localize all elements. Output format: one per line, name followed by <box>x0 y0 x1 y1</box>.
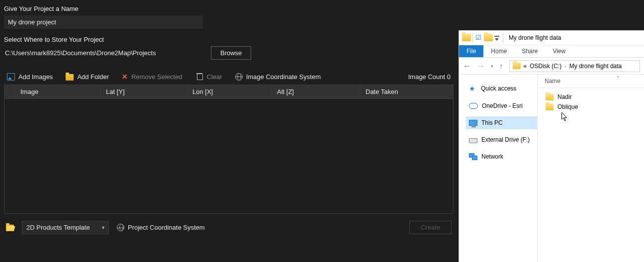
row-selector-header[interactable] <box>4 85 15 98</box>
navigation-pane: ★ Quick access OneDrive - Esri This PC E… <box>459 75 538 262</box>
image-count-label: Image Count 0 <box>408 73 451 81</box>
nav-label: External Drive (F:) <box>481 136 530 143</box>
window-title: My drone flight data <box>507 34 561 41</box>
add-folder-label: Add Folder <box>77 73 109 81</box>
nav-this-pc[interactable]: This PC <box>466 116 537 129</box>
star-icon: ★ <box>469 85 477 92</box>
nav-forward-icon: → <box>477 62 485 70</box>
network-icon <box>469 153 477 160</box>
qat-dropdown-icon[interactable] <box>494 34 499 42</box>
add-folder-button[interactable]: Add Folder <box>66 73 109 81</box>
nav-back-icon[interactable]: ← <box>463 62 471 70</box>
globe-icon <box>235 73 243 81</box>
col-header-lat[interactable]: Lat [Y] <box>101 85 187 98</box>
nav-label: This PC <box>481 119 503 126</box>
bottom-bar: 2D Products Template ▾ Project Coordinat… <box>4 221 454 234</box>
folder-icon <box>546 94 553 100</box>
project-path-input[interactable] <box>4 46 203 60</box>
breadcrumb-separator-icon: › <box>564 63 566 69</box>
browse-button[interactable]: Browse <box>211 46 251 60</box>
col-header-alt[interactable]: Alt [Z] <box>272 85 361 98</box>
folder-icon <box>66 74 74 81</box>
nav-up-icon[interactable]: ↑ <box>499 62 503 70</box>
tab-view[interactable]: View <box>545 45 573 57</box>
image-toolbar: Add Images Add Folder ✕ Remove Selected … <box>4 73 454 81</box>
project-cs-label: Project Coordinate System <box>128 224 205 231</box>
image-icon <box>7 73 15 81</box>
breadcrumb-overflow[interactable]: « <box>524 63 527 70</box>
history-dropdown-icon[interactable]: ▾ <box>491 64 493 69</box>
folder-item-label: Nadir <box>557 93 572 100</box>
remove-selected-label: Remove Selected <box>131 73 183 81</box>
file-list-pane: Name ˄ Nadir Oblique <box>538 75 644 262</box>
tab-file[interactable]: File <box>459 45 483 57</box>
nav-external-drive[interactable]: External Drive (F:) <box>466 133 537 146</box>
col-header-lon[interactable]: Lon [X] <box>187 85 272 98</box>
mouse-cursor-icon <box>561 112 568 122</box>
clear-label: Clear <box>207 73 222 81</box>
breadcrumb-folder[interactable]: My drone flight data <box>569 63 622 70</box>
folder-icon <box>484 34 493 41</box>
globe-icon <box>117 224 124 231</box>
col-header-image[interactable]: Image <box>15 85 101 98</box>
nav-onedrive[interactable]: OneDrive - Esri <box>466 99 537 112</box>
nav-label: Network <box>481 153 503 160</box>
project-name-label: Give Your Project a Name <box>4 5 454 12</box>
nav-network[interactable]: Network <box>466 150 537 163</box>
nav-quick-access[interactable]: ★ Quick access <box>466 82 537 95</box>
image-table-header: Image Lat [Y] Lon [X] Alt [Z] Date Taken <box>4 85 453 99</box>
folder-icon <box>462 34 471 41</box>
project-wizard-panel: Give Your Project a Name Select Where to… <box>0 0 458 262</box>
add-images-label: Add Images <box>18 73 53 81</box>
open-folder-icon[interactable] <box>6 225 14 231</box>
address-bar-row: ← → ▾ ↑ « OSDisk (C:) › My drone flight … <box>459 58 644 75</box>
ribbon-tabs: File Home Share View <box>459 45 644 58</box>
explorer-titlebar: ☑ My drone flight data <box>459 30 644 45</box>
tab-share[interactable]: Share <box>514 45 545 57</box>
project-name-input[interactable] <box>4 15 203 29</box>
separator <box>472 33 473 42</box>
project-location-label: Select Where to Store Your Project <box>4 36 454 43</box>
breadcrumb-drive[interactable]: OSDisk (C:) <box>530 63 561 70</box>
file-explorer-window: ☑ My drone flight data File Home Share V… <box>459 30 644 262</box>
nav-label: OneDrive - Esri <box>482 102 523 109</box>
image-cs-button[interactable]: Image Coordinate System <box>235 73 321 81</box>
folder-icon <box>546 104 553 110</box>
tab-home[interactable]: Home <box>483 45 514 57</box>
monitor-icon <box>469 120 477 126</box>
create-button: Create <box>409 221 452 234</box>
separator <box>503 33 503 42</box>
folder-item[interactable]: Nadir <box>545 92 637 102</box>
image-table: Image Lat [Y] Lon [X] Alt [Z] Date Taken <box>4 85 454 214</box>
cloud-icon <box>469 103 478 109</box>
nav-label: Quick access <box>481 85 516 92</box>
drive-icon <box>469 138 477 143</box>
template-dropdown[interactable]: 2D Products Template ▾ <box>22 221 109 234</box>
template-dropdown-value: 2D Products Template <box>26 224 90 231</box>
folder-icon <box>513 63 521 69</box>
remove-icon: ✕ <box>122 73 128 80</box>
column-header-label: Name <box>545 78 560 85</box>
col-header-date[interactable]: Date Taken <box>361 85 453 98</box>
clear-button[interactable]: Clear <box>195 73 222 81</box>
sort-indicator-icon: ˄ <box>617 76 619 81</box>
folder-item[interactable]: Oblique <box>545 102 637 112</box>
trash-icon <box>195 73 203 81</box>
address-bar[interactable]: « OSDisk (C:) › My drone flight data <box>509 60 641 72</box>
chevron-down-icon: ▾ <box>102 225 104 230</box>
folder-item-label: Oblique <box>557 103 578 110</box>
add-images-button[interactable]: Add Images <box>7 73 53 81</box>
project-cs-button[interactable]: Project Coordinate System <box>117 224 205 231</box>
remove-selected-button[interactable]: ✕ Remove Selected <box>122 73 183 81</box>
properties-icon[interactable]: ☑ <box>474 34 482 42</box>
column-header-name[interactable]: Name ˄ <box>538 75 644 88</box>
image-cs-label: Image Coordinate System <box>246 73 321 81</box>
